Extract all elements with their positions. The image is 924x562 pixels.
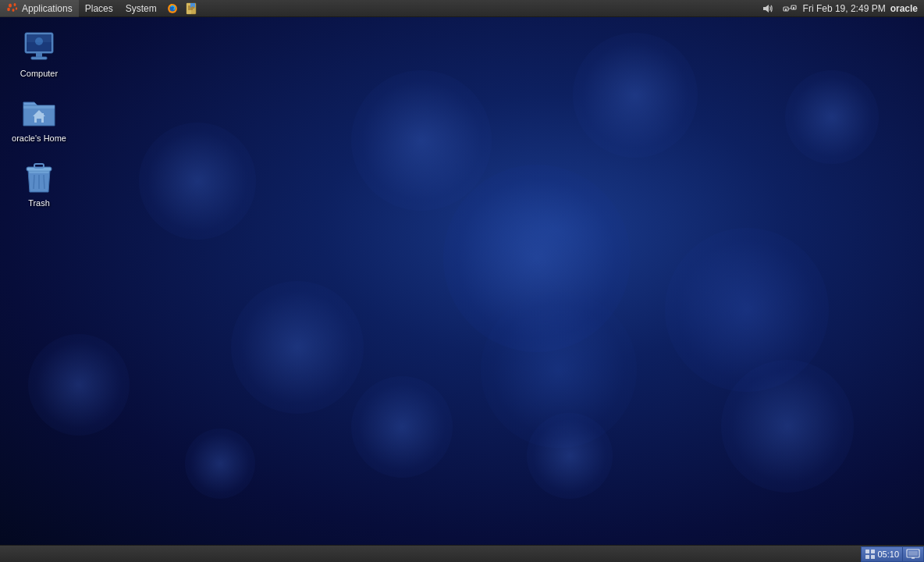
trash-icon-label: Trash: [28, 198, 50, 208]
panel-right: Fri Feb 19, 2:49 PM oracle: [759, 1, 924, 16]
firefox-launcher[interactable]: [163, 0, 182, 17]
taskbar-right: 05:10: [861, 546, 924, 562]
bokeh-8: [721, 360, 854, 493]
svg-rect-24: [23, 105, 55, 108]
trash-icon-img: [20, 158, 58, 195]
svg-rect-39: [908, 551, 918, 556]
svg-rect-22: [31, 57, 47, 59]
svg-rect-30: [34, 164, 44, 168]
bookmarks-launcher[interactable]: [182, 0, 201, 17]
bokeh-9: [351, 376, 453, 478]
desktop-icons: Computer oracle's Home: [8, 25, 70, 212]
svg-marker-12: [763, 5, 769, 12]
network-tray-icon[interactable]: [781, 1, 798, 16]
svg-rect-16: [793, 7, 794, 9]
panel-clock: Fri Feb 19, 2:49 PM: [803, 3, 886, 14]
taskbar-widget[interactable]: 05:10: [861, 546, 903, 562]
svg-rect-14: [785, 9, 787, 11]
bokeh-11: [527, 413, 613, 499]
volume-icon: [762, 2, 774, 15]
panel-username: oracle: [890, 3, 918, 14]
svg-rect-35: [871, 550, 875, 553]
taskbar-widget-icon: [865, 549, 876, 560]
svg-rect-40: [912, 557, 915, 559]
taskbar-widget2[interactable]: [903, 546, 924, 562]
panel-left: Applications Places System: [0, 0, 201, 17]
computer-icon[interactable]: Computer: [8, 25, 70, 82]
bookmarks-icon: [185, 2, 197, 15]
applications-menu[interactable]: Applications: [0, 0, 79, 17]
system-menu[interactable]: System: [119, 0, 163, 17]
trash-icon[interactable]: Trash: [8, 155, 70, 212]
svg-rect-28: [41, 113, 44, 116]
svg-point-4: [16, 7, 17, 10]
home-icon-label: oracle's Home: [12, 133, 66, 144]
system-label: System: [126, 3, 157, 14]
svg-line-31: [34, 175, 34, 189]
svg-rect-37: [871, 555, 875, 559]
home-icon-img: [20, 93, 58, 130]
taskbar-widget-label: 05:10: [877, 550, 899, 559]
svg-point-2: [7, 7, 10, 10]
taskbar-monitor-icon: [906, 549, 920, 560]
places-label: Places: [85, 3, 113, 14]
bokeh-10: [28, 334, 130, 436]
bokeh-3: [573, 33, 698, 158]
applications-label: Applications: [22, 3, 73, 14]
bottom-panel: 05:10: [0, 545, 924, 562]
bokeh-1: [351, 70, 492, 211]
svg-line-33: [44, 175, 44, 189]
applications-icon: [6, 2, 19, 15]
svg-point-0: [9, 3, 12, 7]
bokeh-12: [785, 70, 879, 164]
svg-rect-34: [865, 550, 869, 553]
volume-tray-icon[interactable]: [759, 1, 777, 16]
svg-rect-36: [865, 555, 869, 559]
bokeh-5: [231, 281, 364, 414]
computer-icon-label: Computer: [20, 69, 58, 79]
home-icon[interactable]: oracle's Home: [8, 90, 70, 147]
bokeh-13: [185, 429, 255, 499]
network-icon: [783, 2, 797, 15]
svg-point-1: [14, 3, 16, 6]
svg-point-23: [35, 37, 43, 45]
svg-rect-27: [37, 119, 41, 123]
firefox-icon: [166, 2, 179, 15]
desktop[interactable]: Computer oracle's Home: [0, 17, 924, 545]
svg-point-3: [12, 9, 15, 12]
places-menu[interactable]: Places: [79, 0, 119, 17]
top-panel: Applications Places System: [0, 0, 924, 17]
computer-icon-img: [20, 28, 58, 66]
bokeh-7: [139, 123, 256, 240]
